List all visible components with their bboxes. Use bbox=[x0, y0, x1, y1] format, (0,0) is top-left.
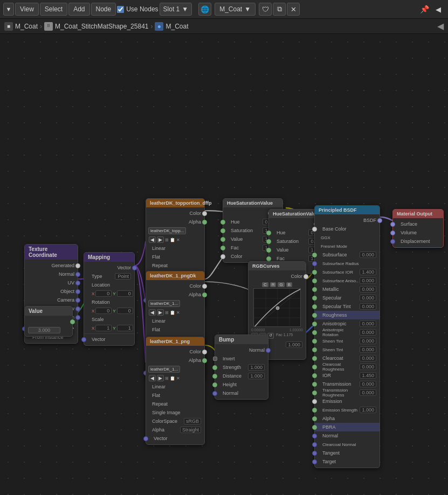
socket-output-surface-in[interactable] bbox=[390, 222, 395, 227]
use-nodes-toggle[interactable]: Use Nodes bbox=[117, 5, 158, 13]
breadcrumb-nav-right[interactable]: ◀ bbox=[437, 21, 444, 31]
curve-b-btn[interactable]: B bbox=[286, 282, 292, 287]
imgtex1-linear: Linear bbox=[146, 244, 204, 253]
material-arrow-icon: ▼ bbox=[244, 5, 251, 13]
curve-r-btn[interactable]: R bbox=[270, 282, 277, 287]
add-menu[interactable]: Add bbox=[68, 3, 89, 16]
socket-uv-out[interactable] bbox=[75, 281, 80, 285]
curves-graph-container: C R G B bbox=[251, 282, 303, 339]
texcoord-title: Texture Coordinate bbox=[29, 246, 74, 258]
value-node[interactable]: Value 3.000 bbox=[24, 306, 73, 337]
socket-reflection-out[interactable] bbox=[75, 315, 80, 320]
material-output-header: Material Output bbox=[393, 210, 443, 218]
mapping-node[interactable]: Mapping Vector Type Point Location X 0 Y… bbox=[84, 252, 135, 346]
bump-body: Normal Invert Strength 1.000 Distance 1.… bbox=[215, 344, 268, 399]
socket-imgtex2-color-out[interactable] bbox=[202, 284, 207, 289]
socket-curves-color-out[interactable] bbox=[304, 274, 308, 279]
imgtex1-flat: Flat bbox=[146, 253, 204, 261]
curves-channel-btns: C R G B bbox=[251, 282, 303, 287]
breadcrumb-obj[interactable]: ⠿ M_Coat_StitchMatShape_25841 bbox=[44, 22, 148, 31]
use-nodes-label: Use Nodes bbox=[126, 5, 158, 13]
socket-principled-bsdf-out[interactable] bbox=[377, 218, 382, 223]
slot-label: Slot 1 bbox=[163, 5, 180, 13]
shield-icon: 🛡 bbox=[262, 5, 269, 13]
imgtex2-header: leatherDK_1_pngDk bbox=[146, 271, 204, 280]
socket-imgtex1-color-out[interactable] bbox=[202, 211, 207, 216]
mapping-title: Mapping bbox=[88, 254, 110, 260]
mapping-row-rot: Rotation bbox=[84, 298, 134, 306]
texcoord-row-object: Object bbox=[25, 287, 78, 296]
mapping-xyz-loc: X 0 Y 0 bbox=[84, 289, 134, 298]
editor-type-dropdown[interactable]: ▼ bbox=[3, 3, 14, 16]
slot-selector[interactable]: Slot 1 ▼ bbox=[160, 3, 192, 16]
socket-imgtex2-alpha-out[interactable] bbox=[202, 292, 207, 297]
nav-icon: ◀ bbox=[436, 5, 441, 13]
bump-header: Bump bbox=[215, 335, 268, 344]
view-menu[interactable]: View bbox=[15, 3, 39, 16]
mapping-xyz-rot: X 0 Y 0 bbox=[84, 306, 134, 315]
imgtex2-controls: ◀ ▶ ⊞ 📋 ✕ bbox=[146, 308, 204, 317]
curve-c-btn[interactable]: C bbox=[262, 282, 268, 287]
value-row-num: 3.000 bbox=[25, 326, 72, 334]
mapping-row-scale: Scale bbox=[84, 315, 134, 324]
socket-bump-normal-out[interactable] bbox=[266, 348, 271, 353]
mesh-icon: ■ bbox=[4, 22, 13, 31]
select-menu[interactable]: Select bbox=[40, 3, 67, 16]
curve-g-btn[interactable]: G bbox=[278, 282, 284, 287]
node-editor-canvas: Texture Coordinate Generated Normal UV O… bbox=[0, 34, 448, 495]
node-menu[interactable]: Node bbox=[91, 3, 116, 16]
shield-btn[interactable]: 🛡 bbox=[259, 3, 272, 16]
close-btn[interactable]: ✕ bbox=[287, 3, 300, 16]
socket-camera-out[interactable] bbox=[75, 298, 80, 303]
huesat1-title: HueSaturationValue bbox=[227, 200, 273, 206]
globe-icon-btn[interactable]: 🌐 bbox=[198, 3, 211, 16]
socket-object-out[interactable] bbox=[75, 289, 80, 294]
material-selector[interactable]: M_Coat ▼ bbox=[215, 3, 256, 16]
top-bar: ▼ View Select Add Node Use Nodes Slot 1 … bbox=[0, 0, 448, 19]
material-output-node[interactable]: Material Output Surface Volume Displacem… bbox=[392, 209, 444, 248]
mesh-name: M_Coat bbox=[15, 23, 38, 30]
imgtex2-preview-row: leatherDK_1... bbox=[146, 299, 204, 308]
socket-generated-out[interactable] bbox=[75, 263, 80, 268]
material-name: M_Coat bbox=[219, 5, 242, 13]
globe-icon: 🌐 bbox=[201, 5, 209, 13]
socket-imgtex3-alpha-out[interactable] bbox=[202, 358, 207, 363]
image-texture-3-node[interactable]: leatherDK_1_png Color Alpha leatherDK_1.… bbox=[146, 337, 205, 445]
imgtex3-body: Color Alpha leatherDK_1... ◀ ▶ ⊞ 📋 ✕ Lin… bbox=[146, 346, 204, 444]
socket-normal-out[interactable] bbox=[75, 272, 80, 277]
socket-mapping-vector-out[interactable] bbox=[132, 266, 137, 270]
nav-back-btn[interactable]: ◀ bbox=[432, 3, 445, 16]
socket-huesat1-color-in[interactable] bbox=[220, 254, 225, 259]
mapping-row-vector-out: Vector bbox=[84, 263, 134, 272]
copy-btn[interactable]: ⧉ bbox=[273, 3, 286, 16]
mapping-header: Mapping bbox=[84, 253, 134, 262]
principled-bsdf-node[interactable]: Principled BSDF BSDF Base Color GGX Fres… bbox=[314, 205, 380, 468]
socket-value-out[interactable] bbox=[70, 319, 75, 324]
obj-icon: ⠿ bbox=[44, 22, 53, 31]
copy-icon: ⧉ bbox=[277, 5, 282, 13]
close-icon: ✕ bbox=[291, 5, 297, 13]
value-row-out bbox=[25, 317, 72, 326]
socket-imgtex3-vector-in[interactable] bbox=[143, 436, 148, 441]
imgtex2-title: leatherDK_1_pngDk bbox=[150, 273, 196, 278]
pin-icon: 📌 bbox=[420, 5, 429, 13]
pin-btn[interactable]: 📌 bbox=[418, 3, 431, 16]
imgtex2-color-out: Color bbox=[146, 282, 204, 290]
socket-mapping-vector-in[interactable] bbox=[81, 337, 86, 342]
use-nodes-checkbox[interactable] bbox=[117, 6, 124, 13]
socket-imgtex1-alpha-out[interactable] bbox=[202, 220, 207, 225]
bump-node[interactable]: Bump Normal Invert Strength 1.000 Distan… bbox=[215, 334, 268, 400]
svg-point-7 bbox=[276, 306, 279, 310]
bump-title: Bump bbox=[219, 337, 234, 343]
mat-icon: ● bbox=[155, 22, 163, 31]
breadcrumb-mat[interactable]: ● M_Coat bbox=[155, 22, 188, 31]
curves-title: RGBCurves bbox=[252, 263, 280, 269]
socket-imgtex3-color-out[interactable] bbox=[202, 350, 207, 354]
imgtex1-alpha-out: Alpha bbox=[146, 218, 204, 226]
breadcrumb-mesh[interactable]: ■ M_Coat bbox=[4, 22, 38, 31]
value-display[interactable]: 3.000 bbox=[28, 327, 60, 333]
socket-bump-height-in[interactable] bbox=[212, 382, 217, 387]
imgtex1-title: leatherDK_topportion_dffp bbox=[150, 200, 212, 206]
socket-window-out[interactable] bbox=[75, 306, 80, 311]
breadcrumb-sep-1: › bbox=[40, 23, 42, 30]
